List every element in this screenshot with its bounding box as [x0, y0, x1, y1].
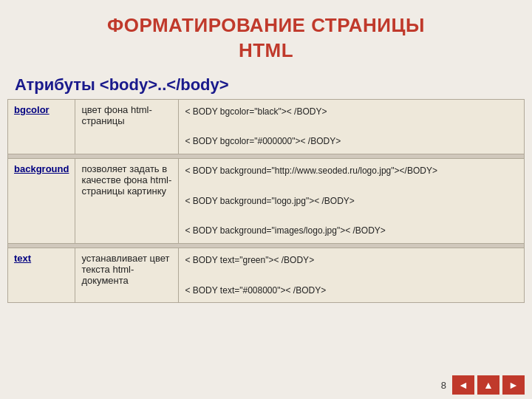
table-row: bgcolor цвет фона html-страницы < BODY b… [8, 99, 525, 154]
code-background: < BODY background="http://www.seoded.ru/… [179, 158, 525, 243]
navigation-bar: 8 ◄ ▲ ► [441, 375, 525, 395]
desc-bgcolor: цвет фона html-страницы [75, 99, 179, 154]
subtitle: Атрибуты <body>..</body> [0, 71, 532, 99]
table-row: text устанавливает цвет текста html-доку… [8, 248, 525, 302]
back-button[interactable]: ◄ [452, 375, 474, 395]
slide-title: ФОРМАТИРОВАНИЕ СТРАНИЦЫ HTML [15, 13, 517, 64]
page-number: 8 [441, 380, 446, 391]
table-row: background позволяет задать в качестве ф… [8, 158, 525, 243]
attributes-table: bgcolor цвет фона html-страницы < BODY b… [7, 99, 525, 303]
title-area: ФОРМАТИРОВАНИЕ СТРАНИЦЫ HTML [0, 0, 532, 71]
code-text: < BODY text="green">< /BODY> < BODY text… [179, 248, 525, 302]
attr-background: background [8, 158, 75, 243]
home-button[interactable]: ▲ [477, 375, 499, 395]
slide: ФОРМАТИРОВАНИЕ СТРАНИЦЫ HTML Атрибуты <b… [0, 0, 532, 399]
attr-bgcolor: bgcolor [8, 99, 75, 154]
attr-text: text [8, 248, 75, 302]
code-bgcolor: < BODY bgcolor="black">< /BODY> < BODY b… [179, 99, 525, 154]
desc-background: позволяет задать в качестве фона html-ст… [75, 158, 179, 243]
desc-text: устанавливает цвет текста html-документа [75, 248, 179, 302]
forward-button[interactable]: ► [502, 375, 525, 395]
